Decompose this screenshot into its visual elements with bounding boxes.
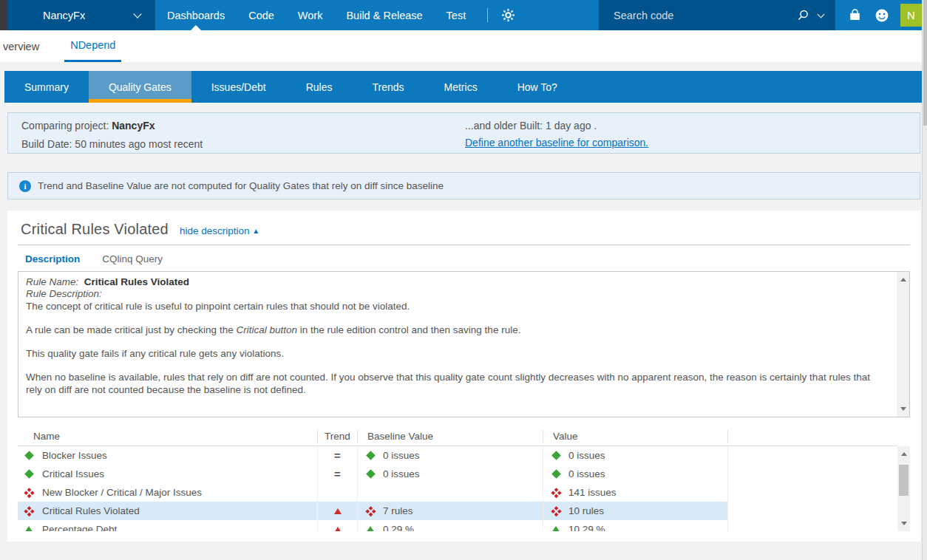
feedback-smiley-icon[interactable] [875, 8, 889, 23]
rule-description-label: Rule Description: [26, 288, 102, 299]
chevron-down-icon [133, 10, 141, 18]
nav-item-dashboards[interactable]: Dashboards [155, 0, 237, 30]
table-header: Name Trend Baseline Value Value [18, 427, 897, 446]
nav-item-code[interactable]: Code [237, 0, 286, 30]
table-row[interactable]: Blocker Issues 0 issues 0 issues [18, 446, 897, 465]
ndepend-section-tabbar: Summary Quality Gates Issues/Debt Rules … [4, 71, 923, 103]
table-row[interactable]: Critical Issues 0 issues 0 issues [18, 465, 897, 483]
comparison-left: Comparing project: NancyFx Build Date: 5… [21, 120, 465, 153]
tab-trends[interactable]: Trends [352, 71, 424, 103]
column-header-trend: Trend [318, 430, 358, 443]
gate-name: New Blocker / Critical / Major Issues [42, 487, 202, 498]
baseline-status-icon [365, 487, 376, 498]
current-value: 10 rules [568, 505, 604, 516]
tab-issues-debt[interactable]: Issues/Debt [191, 71, 286, 103]
comparing-project-line: Comparing project: NancyFx [21, 120, 465, 132]
tab-description[interactable]: Description [25, 253, 80, 264]
value-status-icon [549, 503, 564, 519]
current-value: 0 issues [568, 450, 605, 461]
table-row[interactable]: Percentage Debt 0.29 % 10.29 % [18, 520, 897, 531]
table-row[interactable]: New Blocker / Critical / Major Issues 14… [18, 483, 897, 502]
quality-gate-detail-panel: Critical Rules Violated hide description… [7, 211, 920, 542]
rule-name-label: Rule Name: [26, 276, 78, 287]
project-selector[interactable]: NancyFx [7, 0, 155, 30]
current-value: 10.29 % [568, 524, 605, 531]
rule-description-box: Rule Name: Critical Rules Violated Rule … [18, 271, 910, 417]
baseline-status-icon [365, 524, 376, 531]
tab-cqlinq-query[interactable]: CQlinq Query [102, 253, 163, 264]
panel-header: Critical Rules Violated hide description… [18, 211, 910, 238]
search-input[interactable] [599, 10, 796, 21]
table-scrollbar[interactable] [897, 446, 910, 531]
nav-item-test[interactable]: Test [435, 0, 478, 30]
settings-gear-icon[interactable] [498, 5, 518, 26]
column-header-filler [728, 430, 897, 443]
define-baseline-link[interactable]: Define another baseline for comparison. [465, 137, 648, 148]
baseline-comparison-box: Comparing project: NancyFx Build Date: 5… [7, 112, 920, 154]
baseline-status-icon [365, 468, 376, 479]
nav-item-work[interactable]: Work [286, 0, 335, 30]
toggle-label: hide description [180, 225, 250, 236]
table-body: Blocker Issues 0 issues 0 issues Critica… [18, 446, 897, 531]
scroll-down-icon[interactable] [900, 407, 906, 411]
tab-summary[interactable]: Summary [4, 71, 89, 103]
current-value: 141 issues [568, 487, 617, 498]
search-scope-chevron-icon[interactable] [818, 10, 825, 18]
value-status-icon [549, 485, 564, 500]
trend-icon [334, 449, 341, 462]
quality-gates-table: Name Trend Baseline Value Value Blocker … [18, 427, 910, 531]
baseline-value: 0 issues [383, 450, 420, 461]
hub-tab-label: verview [3, 41, 39, 52]
avatar[interactable]: N [900, 4, 922, 27]
table-row-selected[interactable]: Critical Rules Violated 7 rules 10 rules [18, 502, 897, 520]
nav-item-build-release[interactable]: Build & Release [334, 0, 434, 30]
scroll-up-icon[interactable] [900, 278, 906, 281]
trend-notice-box: Trend and Baseline Value are not compute… [7, 172, 920, 199]
tab-label: Description [25, 253, 80, 264]
top-navigation-bar: NancyFx Dashboards Code Work Build & Rel… [0, 0, 927, 30]
baseline-status-icon [363, 503, 378, 519]
current-value: 0 issues [568, 468, 605, 479]
description-paragraph: The concept of critical rule is useful t… [26, 301, 880, 313]
page-scrollbar[interactable] [922, 0, 927, 560]
trend-icon [334, 505, 342, 516]
tab-how-to[interactable]: How To? [498, 71, 577, 103]
build-date-line: Build Date: 50 minutes ago most recent [21, 138, 465, 150]
value-status-icon [551, 524, 562, 531]
rule-description-label-line: Rule Description: [26, 288, 880, 300]
description-paragraph: When no baseline is available, rules tha… [26, 372, 880, 396]
marketplace-bag-icon[interactable] [848, 8, 862, 22]
comparing-project-name: NancyFx [112, 120, 154, 132]
gate-name: Percentage Debt [42, 524, 117, 531]
rule-description-content: Rule Name: Critical Rules Violated Rule … [18, 272, 909, 396]
description-tabbar: Description CQlinq Query [18, 245, 910, 271]
hub-tab-ndepend[interactable]: NDepend [64, 30, 121, 62]
hub-tab-overview[interactable]: verview [1, 30, 41, 62]
scrollbar-thumb[interactable] [899, 465, 909, 496]
page-scrollbar-thumb[interactable] [923, 0, 927, 126]
tab-label: Trends [372, 81, 404, 93]
tab-label: Rules [306, 81, 333, 93]
gate-name: Blocker Issues [42, 450, 107, 461]
column-header-name: Name [18, 430, 318, 443]
description-scrollbar[interactable] [897, 272, 909, 417]
hub-tab-row: verview NDepend [0, 30, 927, 62]
older-build-line: ...and older Built: 1 day ago . [465, 120, 648, 132]
page-title: Critical Rules Violated [21, 221, 169, 238]
tab-label: Issues/Debt [211, 81, 266, 93]
scroll-up-icon[interactable] [901, 452, 907, 456]
tab-quality-gates[interactable]: Quality Gates [89, 71, 191, 103]
baseline-value: 7 rules [383, 505, 413, 516]
rule-name-value: Critical Rules Violated [84, 276, 189, 287]
search-icon[interactable] [796, 9, 809, 22]
column-header-baseline-value: Baseline Value [358, 430, 543, 443]
comparing-project-label: Comparing project: [21, 120, 112, 132]
baseline-status-icon [365, 450, 376, 461]
scroll-down-icon[interactable] [901, 522, 907, 525]
nav-label: Work [298, 10, 323, 21]
search-box [599, 0, 835, 30]
tab-label: Summary [24, 81, 69, 93]
tab-metrics[interactable]: Metrics [424, 71, 498, 103]
hide-description-toggle[interactable]: hide description ▲ [180, 225, 259, 236]
tab-rules[interactable]: Rules [286, 71, 353, 103]
